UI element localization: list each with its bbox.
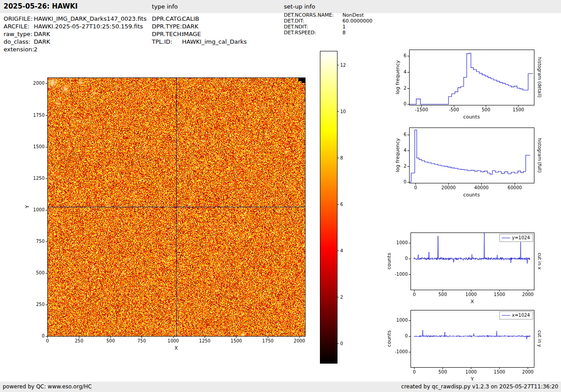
info-value: 8	[342, 30, 346, 36]
info-label: TPL.ID:	[152, 38, 182, 46]
colorbar	[315, 45, 356, 369]
info-row: TPL.ID:HAWKI_img_cal_Darks	[152, 38, 247, 46]
info-value: 60.0000000	[342, 18, 372, 24]
info-label: ARCFILE:	[4, 23, 34, 30]
cut-in-x-plot	[384, 225, 551, 315]
info-label: do_class:	[4, 38, 34, 46]
info-label: DPR.TYPE:	[152, 23, 182, 30]
info-row: do_class:DARK	[4, 38, 146, 46]
info-label: DPR.CATG:	[152, 15, 182, 23]
type-info-heading: type info	[152, 3, 178, 10]
info-row: ORIGFILE:HAWKI_IMG_DARK_Darks147_0023.fi…	[4, 15, 146, 23]
info-label: DET.DIT:	[284, 18, 342, 24]
info-row: DPR.TECH:IMAGE	[152, 30, 247, 38]
info-value: HAWKI_IMG_DARK_Darks147_0023.fits	[34, 15, 146, 22]
info-label: ORIGFILE:	[4, 15, 34, 23]
info-row: DPR.CATG:CALIB	[152, 15, 247, 23]
info-row: DET.RSPEED:8	[284, 30, 372, 36]
info-value: IMAGE	[182, 31, 201, 37]
info-value: HAWKI_img_cal_Darks	[182, 38, 247, 45]
setup-info-block: DET.NCORRS.NAME:NonDest DET.DIT:60.00000…	[284, 12, 372, 36]
info-row: raw_type:DARK	[4, 30, 146, 38]
info-value: CALIB	[182, 15, 199, 22]
info-row: DET.NCORRS.NAME:NonDest	[284, 12, 372, 18]
info-value: DARK	[34, 38, 50, 45]
info-row: DET.NDIT:1	[284, 24, 372, 30]
footer-credit-right: created by qc_rawdisp.py v1.2.3 on 2025-…	[401, 382, 558, 392]
setup-info-heading: set-up info	[284, 3, 315, 10]
info-value: DARK	[34, 31, 50, 37]
info-label: DET.RSPEED:	[284, 30, 342, 36]
info-value: NonDest	[342, 12, 364, 18]
info-value: 1	[342, 24, 346, 30]
page-title: 2025-05-26: HAWKI	[4, 2, 78, 10]
histogram-full-plot	[384, 121, 551, 206]
cut-in-y-plot	[384, 303, 551, 391]
info-label: raw_type:	[4, 30, 34, 38]
info-row: DPR.TYPE:DARK	[152, 23, 247, 30]
info-label: DET.NCORRS.NAME:	[284, 12, 342, 18]
info-value: HAWKI.2025-05-27T10:25:50.159.fits	[34, 23, 143, 30]
header-bar: 2025-05-26: HAWKI type info set-up info	[0, 0, 561, 13]
qc-report-page: 2025-05-26: HAWKI type info set-up info …	[0, 0, 561, 392]
footer-bar: powered by QC: www.eso.org/HC created by…	[0, 382, 561, 392]
histogram-detail-plot	[384, 43, 551, 128]
info-row: DET.DIT:60.0000000	[284, 18, 372, 24]
footer-credit-left: powered by QC: www.eso.org/HC	[3, 382, 92, 392]
info-label: DET.NDIT:	[284, 24, 342, 30]
info-label: DPR.TECH:	[152, 30, 182, 38]
info-row: ARCFILE:HAWKI.2025-05-27T10:25:50.159.fi…	[4, 23, 146, 30]
type-info-block: DPR.CATG:CALIB DPR.TYPE:DARK DPR.TECH:IM…	[152, 15, 247, 46]
detector-image-plot	[14, 45, 315, 360]
info-value: DARK	[182, 23, 198, 30]
